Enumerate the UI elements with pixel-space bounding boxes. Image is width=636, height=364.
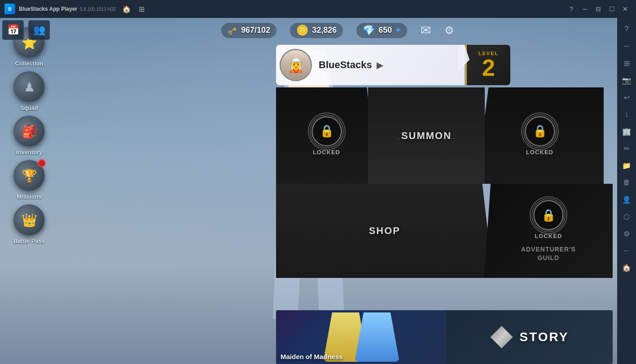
summon-content: SUMMON — [368, 87, 485, 184]
multi-nav-icon[interactable]: ⊞ — [136, 3, 148, 15]
story-panel[interactable]: STORY — [447, 310, 613, 364]
inventory-label: Inventory — [16, 149, 43, 156]
rs-record-icon[interactable]: ↩ — [619, 90, 634, 105]
restore-button[interactable]: ⊟ — [592, 3, 605, 15]
sidebar-item-inventory[interactable]: 🎒 Inventory — [13, 116, 45, 156]
gems-plus-button[interactable]: + — [395, 25, 401, 35]
profile-card[interactable]: 🧝 BlueStacks ▶ — [276, 45, 465, 85]
lock-wreath-left: 🔒 — [311, 116, 342, 147]
left-sidebar: ⭐ Collection ♟ Squad 🎒 Inventory 🏆 Missi… — [0, 18, 58, 364]
battle-pass-icon-circle: 👑 — [13, 204, 45, 236]
locked-panel-right[interactable]: 🔒 LOCKED — [476, 87, 604, 184]
summon-panel[interactable]: SUMMON — [368, 87, 485, 184]
play-button[interactable]: ▶ — [377, 60, 383, 70]
close-button[interactable]: ✕ — [619, 3, 632, 15]
rs-files-icon[interactable]: 📁 — [619, 158, 634, 173]
top-hud: 🗝 967/102 🪙 32,826 💎 650 + ✉ ⚙ — [58, 18, 617, 43]
gems-value: 650 — [378, 26, 392, 35]
key-icon: 🗝 — [225, 23, 240, 38]
menu-row-1: 🔒 LOCKED SUMMON 🔒 LOCKED — [276, 87, 613, 184]
coins-hud: 🪙 32,826 — [290, 23, 343, 38]
app-icon: B — [4, 4, 15, 14]
bottom-panels: Maiden of Madness STORY — [276, 310, 613, 364]
mail-button[interactable]: ✉ — [421, 23, 431, 38]
squad-label: Squad — [20, 104, 38, 111]
inventory-icon: 🎒 — [22, 124, 37, 139]
rs-minimize-icon[interactable]: ─ — [619, 39, 634, 54]
shop-panel[interactable]: SHOP — [276, 184, 493, 278]
adventurers-guild-label: ADVENTURER'SGUILD — [521, 245, 576, 261]
event-panel[interactable]: Maiden of Madness — [276, 310, 447, 364]
rs-multiinstance-icon[interactable]: ⊞ — [619, 56, 634, 71]
titlebar: B BlueStacks App Player 5.8.100.1013 N32… — [0, 0, 636, 18]
level-number: 2 — [482, 56, 495, 79]
menu-overlay-grid: 🔒 LOCKED SUMMON 🔒 LOCKED — [276, 87, 613, 321]
event-char-2 — [355, 312, 399, 362]
avatar-image: 🧝 — [281, 50, 311, 80]
main-content: 🧝 BlueStacks ▶ LEVEL 2 — [276, 45, 613, 89]
rs-edit-icon[interactable]: ✏ — [619, 141, 634, 156]
app-version: 5.8.100.1013 N32 — [80, 7, 116, 12]
sidebar-item-squad[interactable]: ♟ Squad — [13, 71, 45, 111]
locked-left-content: 🔒 LOCKED — [311, 116, 342, 156]
locked-right-content: 🔒 LOCKED — [525, 116, 555, 156]
gem-icon: 💎 — [363, 25, 375, 36]
profile-panel: 🧝 BlueStacks ▶ LEVEL 2 — [276, 45, 613, 85]
level-badge: LEVEL 2 — [465, 45, 510, 85]
missions-badge — [38, 159, 46, 167]
summon-triangle-outline — [397, 94, 456, 139]
rs-home-icon[interactable]: 🏠 — [619, 260, 634, 275]
gems-hud: 💎 650 + — [356, 23, 407, 38]
shop-label: SHOP — [369, 225, 400, 237]
missions-label: Missions — [17, 193, 42, 200]
rs-help-icon[interactable]: ? — [619, 22, 634, 37]
keys-value: 967/102 — [241, 26, 270, 35]
sidebar-item-battle-pass[interactable]: 👑 Battle Pass — [13, 204, 45, 244]
locked-panel-left[interactable]: 🔒 LOCKED — [276, 87, 377, 184]
lock-wreath-adventurers: 🔒 — [533, 200, 564, 230]
battle-pass-label: Battle Pass — [13, 238, 45, 244]
menu-row-2: SHOP 🔒 LOCKED ADVENTURER'SGUILD — [276, 184, 613, 278]
top-left-icons: 📅 👥 — [2, 20, 50, 40]
app-name: BlueStacks App Player — [19, 6, 77, 12]
missions-icon-circle: 🏆 — [13, 160, 45, 191]
rs-settings-icon[interactable]: ⚙ — [619, 226, 634, 241]
rs-rotate-icon[interactable]: ↕ — [619, 107, 634, 122]
keys-hud: 🗝 967/102 — [221, 23, 276, 38]
friends-icon[interactable]: 👥 — [28, 20, 50, 40]
coin-icon: 🪙 — [296, 25, 308, 36]
rs-back-icon[interactable]: ← — [619, 243, 634, 258]
rs-layers-icon[interactable]: ⬡ — [619, 209, 634, 224]
avatar: 🧝 — [280, 49, 312, 81]
home-nav-icon[interactable]: 🏠 — [120, 3, 133, 15]
profile-name: BlueStacks — [319, 59, 372, 71]
minimize-button[interactable]: ─ — [579, 3, 591, 15]
lock-icon-left: 🔒 — [320, 124, 334, 138]
collection-label: Collection — [15, 60, 44, 67]
bluestacks-right-sidebar: ? ─ ⊞ 📷 ↩ ↕ 🏢 ✏ 📁 🗑 👤 ⬡ ⚙ ← 🏠 — [617, 18, 636, 364]
rs-trash-icon[interactable]: 🗑 — [619, 175, 634, 190]
window-controls: ? ─ ⊟ ☐ ✕ — [565, 3, 632, 15]
story-label: STORY — [520, 330, 569, 344]
squad-icon-circle: ♟ — [13, 71, 45, 103]
battle-pass-icon: 👑 — [22, 213, 37, 228]
lock-icon-right: 🔒 — [533, 124, 547, 138]
settings-button[interactable]: ⚙ — [444, 24, 454, 37]
rs-account-icon[interactable]: 👤 — [619, 192, 634, 207]
calendar-icon[interactable]: 📅 — [2, 20, 24, 40]
squad-icon: ♟ — [24, 80, 35, 95]
lock-icon-adventurers: 🔒 — [541, 208, 556, 222]
inventory-icon-circle: 🎒 — [13, 116, 45, 147]
help-button[interactable]: ? — [565, 3, 578, 15]
nav-icons: 🏠 ⊞ — [120, 3, 148, 15]
maximize-button[interactable]: ☐ — [605, 3, 618, 15]
game-area: 📅 👥 🗝 967/102 🪙 32,826 💎 650 + ✉ ⚙ ⭐ Col… — [0, 18, 617, 364]
sidebar-item-missions[interactable]: 🏆 Missions — [13, 160, 45, 200]
adventurers-panel[interactable]: 🔒 LOCKED ADVENTURER'SGUILD — [484, 184, 613, 278]
coins-value: 32,826 — [312, 26, 337, 35]
event-label: Maiden of Madness — [281, 353, 342, 360]
adventurers-content: 🔒 LOCKED ADVENTURER'SGUILD — [521, 200, 576, 261]
story-diamond-icon — [491, 326, 513, 348]
rs-screenshot-icon[interactable]: 📷 — [619, 73, 634, 88]
rs-performance-icon[interactable]: 🏢 — [619, 124, 634, 139]
